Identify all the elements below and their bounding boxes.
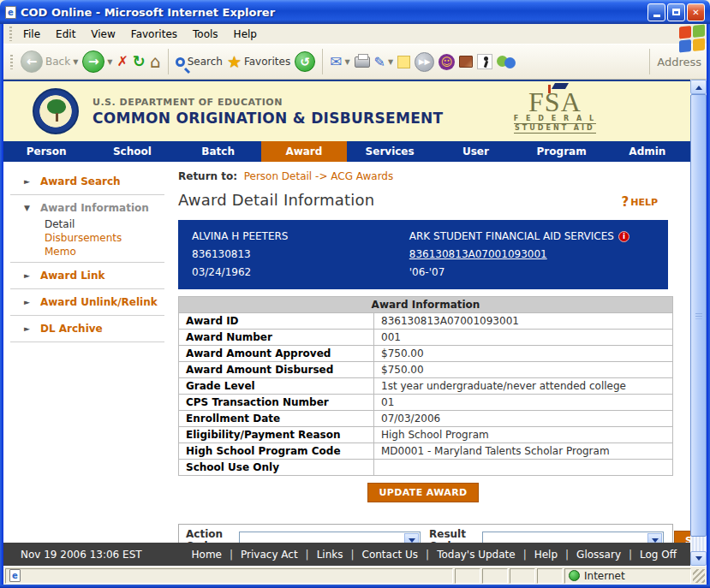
footer-link-help[interactable]: Help: [534, 549, 558, 561]
resize-grip[interactable]: [693, 569, 705, 583]
menu-file[interactable]: File: [15, 26, 48, 43]
sidebar-item-award-link[interactable]: ►Award Link: [3, 266, 170, 285]
chevron-right-icon: ►: [24, 298, 33, 306]
research-button[interactable]: [459, 56, 473, 68]
action-code-select[interactable]: [239, 532, 421, 543]
refresh-button[interactable]: ↻: [133, 54, 146, 69]
breadcrumb-link-acg-awards[interactable]: ACG Awards: [331, 170, 393, 182]
tab-admin[interactable]: Admin: [605, 141, 690, 162]
primary-nav: PersonSchoolBatchAwardServicesUserProgra…: [3, 141, 690, 162]
stop-button[interactable]: ✗: [116, 55, 128, 68]
close-icon: ✕: [692, 8, 699, 17]
sidebar-subitem-disbursements[interactable]: Disbursements: [3, 231, 170, 245]
footer-link-separator: |: [350, 549, 354, 561]
table-row: Enrollment Date07/03/2006: [179, 411, 673, 427]
media-button[interactable]: ▶▶: [415, 52, 434, 72]
menu-view[interactable]: View: [83, 26, 122, 43]
back-button[interactable]: ← Back ▼: [21, 50, 78, 73]
page-viewport: U.S. DEPARTMENT OF EDUCATION COMMON ORIG…: [3, 80, 690, 566]
chevron-down-icon: [695, 556, 702, 564]
menu-grip[interactable]: [9, 27, 12, 41]
student-banner: ALVINA H PEETERS 836130813 03/24/1962 AR…: [178, 220, 668, 289]
row-label: Grade Level: [179, 378, 374, 395]
help-icon: ?: [622, 194, 629, 210]
tab-school[interactable]: School: [89, 141, 175, 162]
close-button[interactable]: ✕: [687, 3, 705, 21]
tab-program[interactable]: Program: [519, 141, 605, 162]
sidebar-item-label: Award Search: [40, 175, 121, 187]
yahoo-messenger-button[interactable]: ☺: [439, 54, 455, 70]
menu-help[interactable]: Help: [226, 26, 265, 43]
fsa-student-aid: STUDENT AID: [514, 124, 596, 134]
table-row: School Use Only: [179, 460, 673, 476]
sidebar-subitem-label: Detail: [45, 218, 75, 230]
tab-award[interactable]: Award: [261, 141, 347, 162]
sidebar-subitem-memo[interactable]: Memo: [3, 245, 170, 258]
scrollbar-thumb[interactable]: [690, 94, 707, 537]
mail-button[interactable]: ✉ ▼: [330, 53, 349, 70]
breadcrumb-link-person-detail[interactable]: Person Detail: [244, 170, 313, 182]
tab-user[interactable]: User: [433, 141, 518, 162]
footer-links: Home|Privacy Act|Links|Contact Us|Today'…: [192, 549, 677, 561]
search-button[interactable]: Search: [176, 56, 223, 68]
forward-button[interactable]: → ▼: [82, 50, 112, 73]
sidebar-divider: [10, 194, 164, 195]
title-bar[interactable]: COD Online - Microsoft Internet Explorer…: [0, 0, 710, 24]
tab-services[interactable]: Services: [347, 141, 433, 162]
msn-messenger-button[interactable]: [497, 54, 516, 69]
tab-person[interactable]: Person: [3, 141, 89, 162]
result-code-select[interactable]: [482, 532, 664, 543]
info-icon[interactable]: i: [618, 231, 629, 242]
history-button[interactable]: ↺: [295, 51, 315, 72]
mail-dropdown-icon[interactable]: ▼: [344, 58, 349, 66]
back-label: Back: [45, 56, 70, 68]
print-button[interactable]: [355, 56, 370, 68]
window-title: COD Online - Microsoft Internet Explorer: [21, 6, 646, 19]
edit-dropdown-icon[interactable]: ▼: [388, 58, 393, 66]
sidebar-item-award-unlink-relink[interactable]: ►Award Unlink/Relink: [3, 293, 170, 312]
back-dropdown-icon[interactable]: ▼: [73, 58, 78, 66]
aim-button[interactable]: [477, 54, 492, 69]
footer-link-today-s-update[interactable]: Today's Update: [437, 549, 516, 561]
fsa-logo: FSA F E D E R A L STUDENT AID: [514, 89, 596, 134]
update-award-button[interactable]: UPDATE AWARD: [367, 483, 478, 502]
chevron-down-icon[interactable]: [647, 533, 662, 543]
sidebar-item-label: DL Archive: [40, 323, 103, 335]
media-icon: ▶▶: [419, 57, 431, 66]
sidebar-subitem-detail[interactable]: Detail: [3, 217, 170, 231]
footer-link-privacy-act[interactable]: Privacy Act: [241, 549, 298, 561]
row-label: School Use Only: [179, 460, 374, 476]
award-id-link[interactable]: 836130813A07001093001: [409, 248, 547, 260]
submit-button[interactable]: SUBMIT: [674, 531, 690, 543]
menu-edit[interactable]: Edit: [48, 26, 83, 43]
forward-dropdown-icon[interactable]: ▼: [107, 58, 112, 66]
sidebar-item-dl-archive[interactable]: ►DL Archive: [3, 319, 170, 338]
help-link[interactable]: ? HELP: [622, 194, 659, 210]
toolbar-grip[interactable]: [10, 55, 13, 69]
footer-link-contact-us[interactable]: Contact Us: [362, 549, 419, 561]
back-icon: ←: [21, 50, 43, 73]
menu-tools[interactable]: Tools: [185, 26, 226, 43]
vertical-scrollbar[interactable]: [690, 80, 707, 566]
scroll-up-button[interactable]: [690, 80, 707, 94]
menu-favorites[interactable]: Favorites: [123, 26, 185, 43]
sidebar-item-award-search[interactable]: ►Award Search: [3, 172, 170, 191]
row-value: 01: [374, 395, 673, 411]
edit-button[interactable]: ✎ ▼: [374, 54, 394, 70]
minimize-button[interactable]: [647, 3, 665, 21]
footer-link-log-off[interactable]: Log Off: [640, 549, 677, 561]
footer-link-links[interactable]: Links: [317, 549, 343, 561]
sidebar-item-award-information[interactable]: ▼Award Information: [3, 199, 170, 217]
notes-button[interactable]: [397, 56, 410, 68]
footer-link-home[interactable]: Home: [192, 549, 222, 561]
tab-batch[interactable]: Batch: [176, 141, 261, 162]
chevron-down-icon[interactable]: [404, 533, 419, 543]
table-row: Award Number001: [179, 330, 673, 346]
row-value: $750.00: [374, 346, 673, 362]
home-button[interactable]: ⌂: [150, 53, 161, 70]
favorites-button[interactable]: ★ Favorites: [227, 52, 290, 71]
breadcrumb-prefix: Return to:: [178, 170, 237, 182]
maximize-button[interactable]: [667, 3, 685, 21]
footer-link-glossary[interactable]: Glossary: [576, 549, 621, 561]
scroll-down-button[interactable]: [690, 551, 707, 566]
